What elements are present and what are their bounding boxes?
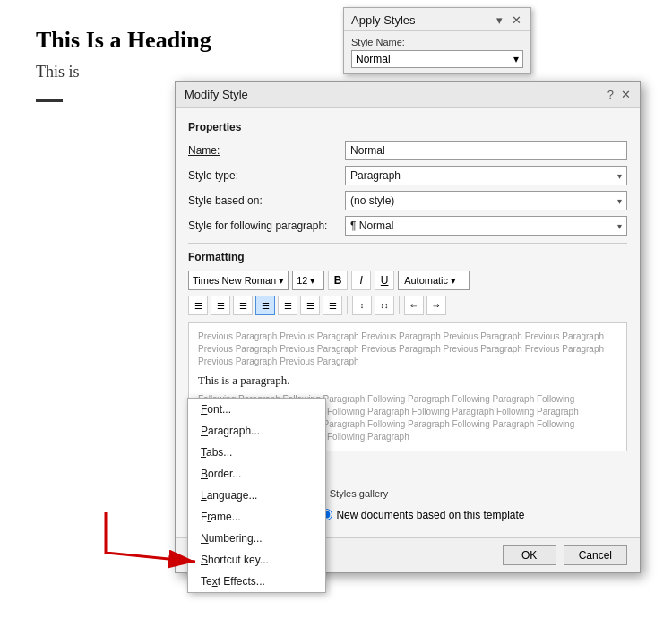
style-type-row: Style type: Paragraph ▾ — [188, 166, 627, 185]
radio-new-docs-text: New documents based on this template — [336, 509, 524, 521]
formatting-toolbar: Times New Roman ▾ 12 ▾ B I U Automatic ▾ — [188, 271, 627, 290]
style-name-value: Normal — [356, 53, 391, 65]
style-name-dropdown-arrow: ▾ — [513, 53, 519, 65]
line-spacing-button[interactable]: ↕ — [352, 296, 372, 315]
footer-right: OK Cancel — [503, 545, 627, 565]
document-subtext: This is — [36, 63, 636, 82]
preview-prev-para: Previous Paragraph Previous Paragraph Pr… — [198, 331, 617, 368]
menu-item-font[interactable]: Font... — [188, 399, 325, 420]
menu-item-tabs[interactable]: Tabs... — [188, 442, 325, 463]
apply-styles-title: Apply Styles — [351, 13, 416, 27]
name-label: Name: — [188, 144, 345, 157]
font-name-dropdown[interactable]: Times New Roman ▾ — [188, 271, 289, 290]
document-heading: This Is a Heading — [36, 27, 636, 54]
style-based-dropdown[interactable]: (no style) ▾ — [345, 191, 627, 210]
align-right-button[interactable]: ☰ — [233, 296, 253, 315]
style-type-dropdown[interactable]: Paragraph ▾ — [345, 166, 627, 185]
radio-new-docs-label[interactable]: New documents based on this template — [321, 509, 524, 521]
name-input[interactable] — [345, 141, 627, 160]
italic-button[interactable]: I — [351, 271, 371, 290]
font-dropdown-arrow: ▾ — [279, 275, 284, 287]
style-based-arrow: ▾ — [617, 196, 622, 206]
style-following-arrow: ▾ — [617, 221, 622, 231]
apply-styles-controls: ▾ ✕ — [495, 13, 523, 27]
dialog-titlebar: Modify Style ? ✕ — [176, 82, 640, 108]
properties-section-header: Properties — [188, 121, 627, 133]
red-arrow-indicator — [97, 503, 213, 578]
font-size-arrow: ▾ — [310, 275, 315, 287]
apply-styles-titlebar: Apply Styles ▾ ✕ — [344, 8, 530, 31]
dialog-title: Modify Style — [185, 88, 248, 101]
color-dropdown-arrow: ▾ — [451, 275, 456, 287]
apply-styles-chevron[interactable]: ▾ — [495, 13, 504, 27]
style-based-label: Style based on: — [188, 194, 345, 207]
menu-item-border[interactable]: Border... — [188, 463, 325, 485]
apply-styles-close[interactable]: ✕ — [510, 13, 523, 27]
preview-current-para: This is a paragraph. — [198, 374, 617, 388]
para-spacing-button[interactable]: ↕↕ — [375, 296, 394, 315]
style-following-row: Style for following paragraph: ¶ Normal … — [188, 216, 627, 236]
color-dropdown[interactable]: Automatic ▾ — [398, 271, 470, 290]
align-left-button[interactable]: ☰ — [188, 296, 208, 315]
menu-item-paragraph[interactable]: Paragraph... — [188, 420, 325, 442]
bold-button[interactable]: B — [328, 271, 348, 290]
font-size-dropdown[interactable]: 12 ▾ — [292, 271, 324, 290]
indent-increase-button[interactable]: ⇒ — [426, 296, 446, 315]
dialog-title-controls: ? ✕ — [607, 88, 631, 101]
align-6-button[interactable]: ☰ — [323, 296, 342, 315]
style-type-value: Paragraph — [350, 169, 401, 182]
apply-styles-body: Style Name: Normal ▾ — [344, 31, 530, 73]
style-type-label: Style type: — [188, 169, 345, 182]
underline-button[interactable]: U — [375, 271, 394, 290]
style-type-arrow: ▾ — [617, 171, 622, 181]
apply-styles-panel: Apply Styles ▾ ✕ Style Name: Normal ▾ — [343, 7, 531, 74]
cancel-button[interactable]: Cancel — [564, 545, 627, 565]
alignment-toolbar: ☰ ☰ ☰ ☰ ☰ ☰ ☰ ↕ ↕↕ ⇐ ⇒ — [188, 296, 627, 315]
indent-decrease-button[interactable]: ⇐ — [404, 296, 424, 315]
style-based-row: Style based on: (no style) ▾ — [188, 191, 627, 210]
toolbar-separator-1 — [347, 296, 348, 314]
dialog-help-button[interactable]: ? — [607, 88, 614, 101]
font-name-value: Times New Roman — [193, 275, 276, 286]
style-following-dropdown[interactable]: ¶ Normal ▾ — [345, 216, 627, 236]
align-5-button[interactable]: ☰ — [300, 296, 320, 315]
style-based-value: (no style) — [350, 194, 394, 207]
style-name-dropdown[interactable]: Normal ▾ — [351, 50, 523, 68]
align-justify-button[interactable]: ☰ — [255, 296, 275, 315]
align-center-button[interactable]: ☰ — [211, 296, 230, 315]
document-line-decoration — [36, 99, 63, 102]
dialog-close-button[interactable]: ✕ — [621, 88, 631, 101]
style-following-label: Style for following paragraph: — [188, 219, 345, 232]
formatting-section-header: Formatting — [188, 251, 627, 263]
toolbar-separator-2 — [399, 296, 400, 314]
color-value: Automatic — [404, 275, 448, 286]
ok-button[interactable]: OK — [503, 545, 556, 565]
section-divider-1 — [188, 243, 627, 244]
style-name-label: Style Name: — [351, 37, 523, 47]
name-row: Name: — [188, 141, 627, 160]
align-distributed-button[interactable]: ☰ — [278, 296, 297, 315]
style-following-value: ¶ Normal — [350, 219, 393, 232]
font-size-value: 12 — [297, 275, 307, 286]
